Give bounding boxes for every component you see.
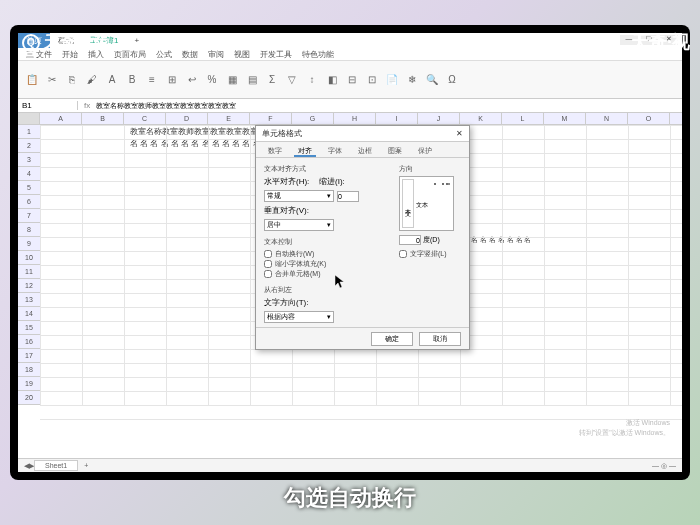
tab-protect[interactable]: 保护: [414, 144, 436, 157]
ribbon-merge-icon[interactable]: ⊞: [164, 63, 180, 95]
merge-checkbox[interactable]: 合并单元格(M): [264, 269, 393, 279]
row-4[interactable]: 4: [18, 167, 40, 181]
indent-spinner[interactable]: [337, 191, 359, 202]
fx-label[interactable]: fx: [78, 101, 96, 110]
row-7[interactable]: 7: [18, 209, 40, 223]
menu-review[interactable]: 审阅: [208, 49, 224, 58]
row-1[interactable]: 1: [18, 125, 40, 139]
cancel-button[interactable]: 取消: [419, 332, 461, 346]
menu-formula[interactable]: 公式: [156, 49, 172, 58]
shrink-checkbox-input[interactable]: [264, 260, 272, 268]
ribbon-find-icon[interactable]: 🔍: [424, 63, 440, 95]
col-h[interactable]: H: [334, 113, 376, 124]
tab-pattern[interactable]: 图案: [384, 144, 406, 157]
ribbon-symbol-icon[interactable]: Ω: [444, 63, 460, 95]
tab-font[interactable]: 字体: [324, 144, 346, 157]
col-f[interactable]: F: [250, 113, 292, 124]
ribbon-bold-icon[interactable]: B: [124, 63, 140, 95]
row-9[interactable]: 9: [18, 237, 40, 251]
shrink-checkbox[interactable]: 缩小字体填充(K): [264, 259, 393, 269]
ribbon-sum-icon[interactable]: Σ: [264, 63, 280, 95]
ribbon-filter-icon[interactable]: ▽: [284, 63, 300, 95]
row-12[interactable]: 12: [18, 279, 40, 293]
ribbon-align-icon[interactable]: ≡: [144, 63, 160, 95]
ok-button[interactable]: 确定: [371, 332, 413, 346]
zoom-slider[interactable]: — ◎ —: [652, 462, 676, 470]
col-o[interactable]: O: [628, 113, 670, 124]
indent-label: 缩进(I):: [319, 176, 345, 187]
ribbon-sort-icon[interactable]: ↕: [304, 63, 320, 95]
row-17[interactable]: 17: [18, 349, 40, 363]
ribbon-cut-icon[interactable]: ✂: [44, 63, 60, 95]
h-align-select[interactable]: 常规▾: [264, 190, 334, 202]
ribbon-table-icon[interactable]: ▦: [224, 63, 240, 95]
row-10[interactable]: 10: [18, 251, 40, 265]
col-l[interactable]: L: [502, 113, 544, 124]
ribbon-copy-icon[interactable]: ⎘: [64, 63, 80, 95]
ribbon-col-icon[interactable]: ⊡: [364, 63, 380, 95]
row-2[interactable]: 2: [18, 139, 40, 153]
col-g[interactable]: G: [292, 113, 334, 124]
row-5[interactable]: 5: [18, 181, 40, 195]
select-all-corner[interactable]: [18, 113, 40, 124]
ribbon-sheet-icon[interactable]: 📄: [384, 63, 400, 95]
row-3[interactable]: 3: [18, 153, 40, 167]
ribbon-paste-icon[interactable]: 📋: [24, 63, 40, 95]
col-b[interactable]: B: [82, 113, 124, 124]
col-d[interactable]: D: [166, 113, 208, 124]
v-align-select[interactable]: 居中▾: [264, 219, 334, 231]
orientation-box[interactable]: 文本 文本: [399, 176, 454, 231]
sheet-add-icon[interactable]: +: [78, 462, 94, 469]
ribbon-cond-icon[interactable]: ▤: [244, 63, 260, 95]
col-c[interactable]: C: [124, 113, 166, 124]
col-a[interactable]: A: [40, 113, 82, 124]
tab-border[interactable]: 边框: [354, 144, 376, 157]
row-11[interactable]: 11: [18, 265, 40, 279]
tab-number[interactable]: 数字: [264, 144, 286, 157]
row-6[interactable]: 6: [18, 195, 40, 209]
col-j[interactable]: J: [418, 113, 460, 124]
wrap-text-checkbox[interactable]: 自动换行(W): [264, 249, 393, 259]
row-14[interactable]: 14: [18, 307, 40, 321]
degree-input[interactable]: [399, 235, 421, 245]
menu-dev[interactable]: 开发工具: [260, 49, 292, 58]
row-18[interactable]: 18: [18, 363, 40, 377]
vertical-text-checkbox[interactable]: 文字竖排(L): [399, 249, 461, 259]
col-k[interactable]: K: [460, 113, 502, 124]
formula-input[interactable]: 教室名称教室教师教室教室教室教室教室教室: [96, 101, 236, 111]
col-i[interactable]: I: [376, 113, 418, 124]
row-19[interactable]: 19: [18, 377, 40, 391]
direction-select[interactable]: 根据内容▾: [264, 311, 334, 323]
row-15[interactable]: 15: [18, 321, 40, 335]
menu-feature[interactable]: 特色功能: [302, 49, 334, 58]
col-m[interactable]: M: [544, 113, 586, 124]
name-box[interactable]: B1: [18, 101, 78, 110]
ribbon-fill-icon[interactable]: ◧: [324, 63, 340, 95]
menu-data[interactable]: 数据: [182, 49, 198, 58]
row-16[interactable]: 16: [18, 335, 40, 349]
sheet-tab[interactable]: Sheet1: [34, 460, 78, 471]
tab-alignment[interactable]: 对齐: [294, 144, 316, 157]
dialog-close-icon[interactable]: ✕: [456, 129, 463, 138]
col-e[interactable]: E: [208, 113, 250, 124]
merge-checkbox-input[interactable]: [264, 270, 272, 278]
ribbon-wrap-icon[interactable]: ↩: [184, 63, 200, 95]
vertical-label: 文字竖排(L): [410, 249, 447, 259]
ribbon-freeze-icon[interactable]: ❄: [404, 63, 420, 95]
col-n[interactable]: N: [586, 113, 628, 124]
wrap-checkbox-input[interactable]: [264, 250, 272, 258]
menu-layout[interactable]: 页面布局: [114, 49, 146, 58]
degree-spinner[interactable]: 度(D): [399, 235, 461, 245]
ribbon-font-icon[interactable]: A: [104, 63, 120, 95]
row-20[interactable]: 20: [18, 391, 40, 405]
orientation-dial[interactable]: 文本: [418, 183, 450, 225]
vertical-checkbox-input[interactable]: [399, 250, 407, 258]
ribbon-number-icon[interactable]: %: [204, 63, 220, 95]
ribbon-row-icon[interactable]: ⊟: [344, 63, 360, 95]
tab-add[interactable]: +: [126, 34, 147, 47]
row-8[interactable]: 8: [18, 223, 40, 237]
ribbon-format-icon[interactable]: 🖌: [84, 63, 100, 95]
menu-view[interactable]: 视图: [234, 49, 250, 58]
row-13[interactable]: 13: [18, 293, 40, 307]
orientation-vertical[interactable]: 文本: [402, 179, 414, 228]
